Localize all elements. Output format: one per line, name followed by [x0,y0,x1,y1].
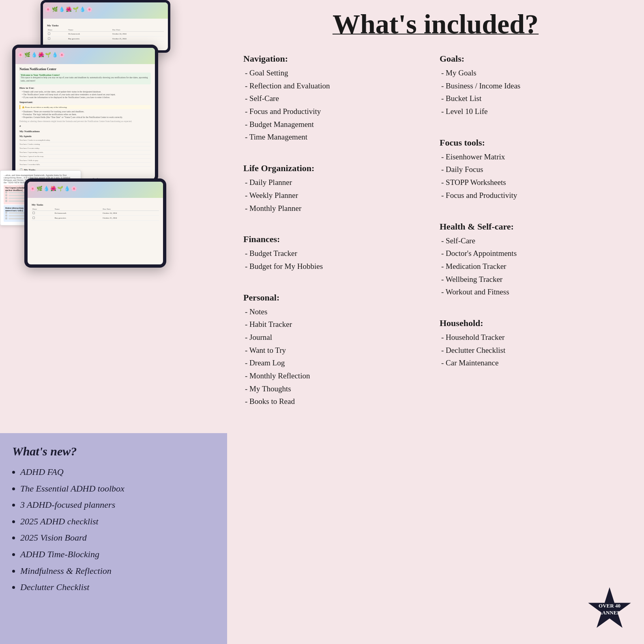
personal-item-8: - Books to Read [243,397,429,407]
list-item: Declutter Checklist [20,582,215,593]
list-item: The Essential ADHD toolbox [20,483,215,495]
device-mockup-2: Notion Notification Center Welcome to Yo… [12,45,158,182]
health-item-1: - Self-Care [440,236,626,246]
navigation-section: Navigation: - Goal Setting - Reflection … [239,50,436,152]
whats-new-title: What's new? [12,444,215,458]
badge-text: OVER 40 PLANNERS [595,603,624,616]
personal-item-7: - My Thoughts [243,384,429,394]
household-title: Household: [440,318,626,328]
finance-item-1: - Budget Tracker [243,249,429,259]
left-column: Navigation: - Goal Setting - Reflection … [239,50,436,416]
list-item: 2025 ADHD checklist [20,516,215,528]
notion-welcome-desc: This space is designed to help you stay … [21,76,150,82]
finance-item-2: - Budget for My Hobbies [243,262,429,272]
focus-item-4: - Focus and Productivity [440,191,626,201]
how-to-use-title: How to Use: [19,86,151,90]
main-title: What's included? [239,0,632,40]
nav-item-5: - Budget Management [243,120,429,130]
focus-item-3: - STOPP Worksheets [440,178,626,188]
whats-new-list: ADHD FAQ The Essential ADHD toolbox 3 AD… [12,466,215,593]
household-item-2: - Declutter Checklist [440,346,626,356]
finances-section: Finances: - Budget Tracker - Budget for … [239,231,436,281]
over-40-badge: OVER 40 PLANNERS [587,587,632,632]
nav-item-4: - Focus and Productivity [243,107,429,117]
health-item-3: - Medication Tracker [440,262,626,272]
health-title: Health & Self-care: [440,221,626,232]
household-section: Household: - Household Tracker - Declutt… [436,315,632,378]
personal-title: Personal: [243,292,429,303]
personal-item-3: - Journal [243,333,429,343]
notion-title: Notion Notification Center [19,67,151,71]
life-org-section: Life Organization: - Daily Planner - Wee… [239,160,436,223]
list-item: ADHD FAQ [20,466,215,478]
personal-section: Personal: - Notes - Habit Tracker - Jour… [239,289,436,416]
list-item: 3 ADHD-focused planners [20,499,215,511]
goal-item-1: - My Goals [440,68,626,78]
health-item-2: - Doctor's Appointments [440,249,626,259]
list-item: Mindfulness & Reflection [20,565,215,577]
whats-new-section: What's new? ADHD FAQ The Essential ADHD … [0,433,227,644]
nav-item-2: - Reflection and Evaluation [243,81,429,91]
list-item: ADHD Time-Blocking [20,549,215,560]
list-item: 2025 Vision Board [20,532,215,544]
focus-item-1: - Eisenhower Matrix [440,152,626,162]
personal-item-6: - Monthly Reflection [243,371,429,381]
focus-tools-section: Focus tools: - Eisenhower Matrix - Daily… [436,134,632,210]
household-item-3: - Car Maintenance [440,358,626,368]
nav-item-6: - Time Management [243,132,429,142]
life-org-title: Life Organization: [243,163,429,174]
right-panel: What's included? Navigation: - Goal Sett… [227,0,644,644]
personal-item-5: - Dream Log [243,358,429,368]
personal-item-1: - Notes [243,307,429,317]
personal-item-2: - Habit Tracker [243,320,429,330]
goal-item-2: - Business / Income Ideas [440,81,626,91]
focus-item-2: - Daily Focus [440,165,626,175]
content-grid: Navigation: - Goal Setting - Reflection … [239,50,632,416]
device-mockup-3: My Tasks Done Name Due Date [24,178,166,268]
health-item-5: - Workout and Fitness [440,287,626,297]
navigation-title: Navigation: [243,54,429,64]
life-org-item-1: - Daily Planner [243,178,429,188]
finances-title: Finances: [243,234,429,245]
goals-section: Goals: - My Goals - Business / Income Id… [436,50,632,126]
nav-item-3: - Self-Care [243,94,429,104]
nav-item-1: - Goal Setting [243,68,429,78]
life-org-item-2: - Weekly Planner [243,191,429,201]
goals-title: Goals: [440,54,626,64]
life-org-item-3: - Monthly Planner [243,204,429,214]
focus-tools-title: Focus tools: [440,137,626,148]
right-column: Goals: - My Goals - Business / Income Id… [436,50,632,416]
left-panel: My Tasks Done Name Due Date [0,0,227,644]
goal-item-3: - Bucket List [440,94,626,104]
goal-item-4: - Level 10 Life [440,107,626,117]
health-item-4: - Wellbeing Tracker [440,275,626,285]
health-section: Health & Self-care: - Self-Care - Doctor… [436,218,632,307]
household-item-1: - Household Tracker [440,333,626,343]
personal-item-4: - Want to Try [243,346,429,356]
